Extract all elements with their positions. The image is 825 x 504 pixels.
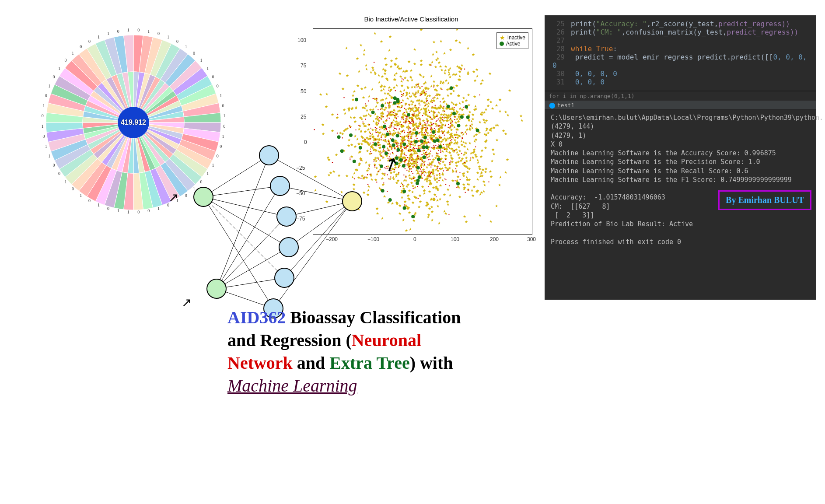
svg-text:0: 0 [176, 39, 178, 44]
svg-point-1703 [376, 128, 377, 129]
pie-center-value: 419.912 [121, 119, 146, 126]
svg-point-1542 [432, 155, 433, 156]
ide-panel: 25print("Accuracy: ",r2_score(y_test,pre… [545, 15, 816, 300]
svg-text:★: ★ [402, 88, 406, 92]
svg-point-1487 [439, 168, 440, 169]
svg-point-1916 [421, 167, 422, 168]
svg-point-1994 [402, 143, 406, 146]
svg-text:★: ★ [488, 71, 492, 76]
svg-point-1943 [398, 116, 399, 117]
svg-point-2028 [275, 268, 294, 287]
svg-text:★: ★ [465, 98, 468, 103]
svg-text:★: ★ [364, 85, 367, 90]
svg-text:★: ★ [420, 126, 423, 131]
svg-text:★: ★ [454, 72, 458, 77]
svg-text:★: ★ [413, 47, 416, 52]
svg-text:★: ★ [502, 129, 505, 133]
svg-point-1465 [455, 168, 456, 169]
svg-point-1656 [402, 140, 403, 141]
svg-point-1867 [449, 162, 450, 163]
svg-point-1655 [408, 136, 409, 137]
svg-text:0: 0 [117, 29, 119, 34]
svg-text:★: ★ [440, 126, 443, 130]
input-arrow-icon: ↗ [182, 295, 192, 310]
svg-point-1864 [445, 159, 446, 160]
svg-point-1908 [438, 162, 439, 163]
svg-point-1605 [414, 165, 415, 166]
svg-text:★: ★ [438, 161, 441, 166]
svg-text:★: ★ [491, 106, 494, 111]
svg-point-1879 [411, 119, 412, 120]
svg-point-1749 [397, 146, 398, 147]
svg-point-1915 [391, 125, 392, 126]
svg-point-1611 [414, 148, 415, 149]
svg-point-1802 [388, 127, 389, 128]
svg-point-1575 [410, 154, 411, 155]
svg-text:★: ★ [423, 189, 426, 193]
svg-text:★: ★ [426, 123, 430, 127]
svg-point-1955 [337, 135, 341, 139]
svg-text:★: ★ [447, 81, 450, 85]
svg-text:★: ★ [360, 134, 364, 139]
svg-text:1: 1 [222, 134, 224, 139]
svg-text:★: ★ [346, 74, 349, 78]
svg-line-2006 [203, 197, 287, 217]
svg-point-1665 [368, 101, 369, 102]
svg-point-1532 [433, 87, 434, 88]
svg-point-1739 [427, 157, 428, 158]
svg-point-1903 [464, 69, 465, 70]
svg-point-1974 [437, 158, 440, 161]
svg-text:★: ★ [353, 116, 356, 120]
svg-point-1737 [364, 139, 365, 140]
svg-point-1696 [405, 122, 406, 123]
svg-point-1700 [400, 146, 401, 147]
svg-point-1947 [457, 124, 460, 127]
svg-text:★: ★ [364, 140, 367, 144]
svg-line-2011 [217, 186, 280, 289]
svg-text:★: ★ [412, 158, 415, 162]
svg-point-1801 [429, 112, 430, 113]
svg-point-1464 [479, 94, 480, 95]
svg-text:★: ★ [472, 185, 476, 189]
svg-text:★: ★ [357, 127, 361, 131]
svg-point-1820 [470, 158, 471, 158]
svg-point-1647 [389, 143, 390, 144]
svg-text:0: 0 [212, 74, 214, 79]
svg-text:★: ★ [432, 111, 436, 115]
svg-text:0: 0 [80, 44, 82, 49]
svg-line-2018 [287, 201, 352, 217]
svg-point-1715 [441, 130, 442, 131]
tab-test1[interactable]: ⬤test1 [545, 101, 579, 109]
svg-point-1592 [440, 150, 441, 151]
x-tick: 300 [527, 236, 536, 242]
svg-text:0: 0 [137, 28, 140, 32]
svg-text:★: ★ [450, 100, 454, 105]
svg-text:★: ★ [433, 105, 437, 110]
svg-point-1945 [392, 144, 395, 147]
svg-text:★: ★ [392, 175, 395, 179]
svg-point-1577 [391, 133, 392, 134]
svg-point-1987 [416, 178, 419, 182]
svg-point-1522 [418, 111, 419, 112]
svg-point-1600 [431, 139, 432, 140]
svg-text:★: ★ [356, 84, 360, 88]
svg-text:★: ★ [345, 46, 348, 50]
svg-point-1730 [446, 170, 447, 171]
svg-text:★: ★ [413, 85, 416, 89]
svg-text:★: ★ [426, 94, 429, 98]
svg-text:★: ★ [426, 202, 429, 206]
svg-point-1639 [430, 132, 431, 133]
svg-text:★: ★ [435, 176, 439, 181]
svg-point-1921 [409, 127, 410, 128]
svg-point-1833 [425, 130, 426, 130]
svg-point-1679 [450, 123, 451, 124]
svg-point-1764 [383, 182, 384, 183]
svg-point-1658 [440, 137, 441, 138]
svg-text:★: ★ [367, 122, 371, 127]
svg-point-1810 [393, 126, 394, 127]
svg-point-1785 [422, 128, 423, 129]
svg-point-1776 [386, 119, 387, 120]
svg-text:★: ★ [362, 95, 365, 100]
svg-text:★: ★ [451, 123, 454, 127]
svg-text:★: ★ [485, 138, 488, 143]
